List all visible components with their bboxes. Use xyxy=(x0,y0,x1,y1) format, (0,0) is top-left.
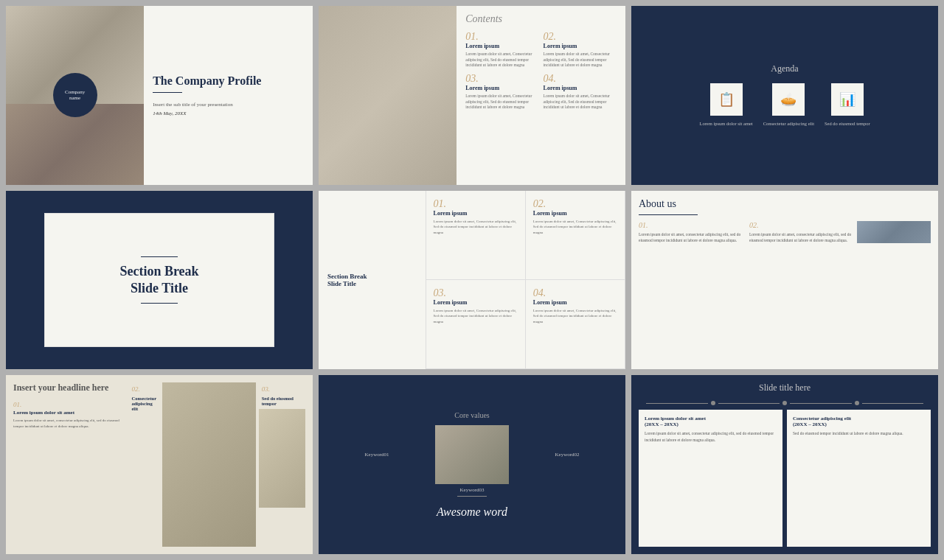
slide-contents: Contents 01. Lorem ipsum Lorem ipsum dol… xyxy=(319,6,625,185)
content-grid-left: Section Break Slide Title xyxy=(319,191,426,370)
slide-content-grid: Section Break Slide Title 01. Lorem ipsu… xyxy=(319,191,625,370)
content-item-3: 03. Lorem ipsum Lorem ipsum dolor sit am… xyxy=(465,73,538,111)
stats-point-num: 01. xyxy=(13,401,124,408)
left-photo-area: Company name xyxy=(6,6,144,185)
slide-agenda: Agenda 📋 Lorem ipsum dolor sit amet 🥧 Co… xyxy=(631,6,938,185)
about-col-2: 02. Lorem ipsum dolor sit amet, consecte… xyxy=(749,221,853,244)
grid-num-3: 03. xyxy=(434,287,518,299)
about-divider xyxy=(639,214,698,215)
grid-num-4: 04. xyxy=(533,287,617,299)
about-text-1: Lorem ipsum dolor sit amet, consectetur … xyxy=(639,231,742,244)
stats-point-text: Lorem ipsum dolor sit amet, consectetur … xyxy=(13,418,124,429)
grid-text-4: Lorem ipsum dolor sit amet, Consectetur … xyxy=(533,308,617,325)
about-text-2: Lorem ipsum dolor sit amet, consectetur … xyxy=(749,231,853,244)
content-item-4: 04. Lorem ipsum Lorem ipsum dolor sit am… xyxy=(544,73,617,111)
section-break-box: Section Break Slide Title xyxy=(44,213,274,347)
core-values-title: Core values xyxy=(454,411,490,419)
grid-item-1: 01. Lorem ipsum Lorem ipsum dolor sit am… xyxy=(426,191,526,280)
agenda-label-1: Lorem ipsum dolor sit amet xyxy=(699,120,752,127)
grid-text-2: Lorem ipsum dolor sit amet, Consectetur … xyxy=(533,219,617,236)
slide-title-slide: www.yourbrand.com Company name The Compa… xyxy=(6,6,313,185)
cards-row: Lorem ipsum dolor sit amet (20XX – 20XX)… xyxy=(639,410,931,547)
core-center-image xyxy=(435,425,509,484)
slide-subtitle: Insert the sub title of your presentatio… xyxy=(153,102,304,108)
contents-title: Contents xyxy=(465,13,617,25)
agenda-item-1: 📋 Lorem ipsum dolor sit amet xyxy=(699,83,752,127)
content-title-4: Lorem ipsum xyxy=(544,85,617,91)
content-item-2: 02. Lorem ipsum Lorem ipsum dolor sit am… xyxy=(544,31,617,69)
keyword-row: Keyword03 xyxy=(326,487,618,493)
stats-col2-num: 02. xyxy=(131,385,156,393)
keyword-2: Keyword02 xyxy=(516,452,618,458)
card-2-title: Consectetur adipiscing elit (20XX – 20XX… xyxy=(793,416,925,427)
grid-title-4: Lorem ipsum xyxy=(533,299,617,306)
card-1-text: Lorem ipsum dolor sit amet, consectetur … xyxy=(645,430,777,443)
section-top-divider xyxy=(141,256,178,257)
content-title-3: Lorem ipsum xyxy=(465,85,538,91)
section-break-title: Section Break Slide Title xyxy=(119,263,198,298)
grid-title-1: Lorem ipsum xyxy=(434,210,518,217)
stats-col3-num: 03. xyxy=(259,382,305,396)
company-circle-label: Company name xyxy=(65,89,85,102)
awesome-divider xyxy=(457,496,487,497)
content-num-4: 04. xyxy=(544,73,617,85)
agenda-label-3: Sed do eiusmod tempor xyxy=(825,120,870,127)
agenda-title: Agenda xyxy=(771,63,798,74)
stats-image-1 xyxy=(162,382,256,547)
contents-grid: 01. Lorem ipsum Lorem ipsum dolor sit am… xyxy=(465,31,617,111)
slide-section-break: Section Break Slide Title xyxy=(6,191,313,370)
about-columns: 01. Lorem ipsum dolor sit amet, consecte… xyxy=(639,221,853,244)
content-grid-right: 01. Lorem ipsum Lorem ipsum dolor sit am… xyxy=(426,191,625,370)
timeline-bar xyxy=(639,401,931,405)
card-2: Consectetur adipiscing elit (20XX – 20XX… xyxy=(787,410,931,547)
stats-headline: Insert your headline here xyxy=(13,382,124,393)
stats-left: Insert your headline here 01. Lorem ipsu… xyxy=(13,382,124,547)
about-image xyxy=(857,221,931,244)
grid-title-2: Lorem ipsum xyxy=(533,210,617,217)
card-2-text: Sed do eiusmod tempor incididunt ut labo… xyxy=(793,430,925,436)
content-num-1: 01. xyxy=(465,31,538,43)
company-logo-circle: Company name xyxy=(53,73,97,117)
content-text-2: Lorem ipsum dolor sit amet, Consectetur … xyxy=(544,52,617,69)
stats-point-title: Lorem ipsum dolor sit amet xyxy=(13,410,124,416)
agenda-label-2: Consectetur adipiscing elit xyxy=(763,120,814,127)
stats-col2: 02. Consectetur adipiscing elit xyxy=(128,382,159,547)
about-body: 01. Lorem ipsum dolor sit amet, consecte… xyxy=(639,221,931,244)
content-num-3: 03. xyxy=(465,73,538,85)
content-title-1: Lorem ipsum xyxy=(465,43,538,49)
content-num-2: 02. xyxy=(544,31,617,43)
grid-text-3: Lorem ipsum dolor sit amet, Consectetur … xyxy=(434,308,518,325)
grid-item-4: 04. Lorem ipsum Lorem ipsum dolor sit am… xyxy=(526,280,625,369)
slide-date: 14th May, 20XX xyxy=(153,111,304,116)
slide-core-values: Core values Keyword01 Keyword02 Keyword0… xyxy=(319,375,625,554)
content-item-1: 01. Lorem ipsum Lorem ipsum dolor sit am… xyxy=(465,31,538,69)
about-num-2: 02. xyxy=(749,221,853,229)
company-title: The Company Profile xyxy=(153,74,304,88)
content-text-4: Lorem ipsum dolor sit amet, Consectetur … xyxy=(544,94,617,111)
keyword-1: Keyword01 xyxy=(326,452,428,458)
content-text-1: Lorem ipsum dolor sit amet, Consectetur … xyxy=(465,52,538,69)
agenda-icon-2: 🥧 xyxy=(772,83,805,116)
about-text-column: 01. Lorem ipsum dolor sit amet, consecte… xyxy=(639,221,853,244)
card-1-title: Lorem ipsum dolor sit amet (20XX – 20XX) xyxy=(645,416,777,427)
about-title: About us xyxy=(639,198,931,210)
grid-num-2: 02. xyxy=(533,198,617,210)
grid-item-2: 02. Lorem ipsum Lorem ipsum dolor sit am… xyxy=(526,191,625,280)
content-grid-section-title: Section Break Slide Title xyxy=(327,273,417,287)
section-bottom-divider xyxy=(141,303,178,304)
card-1: Lorem ipsum dolor sit amet (20XX – 20XX)… xyxy=(639,410,782,547)
slide-about: About us 01. Lorem ipsum dolor sit amet,… xyxy=(631,191,938,370)
stats-bullets: Lorem ipsum dolor sit amet, consectetur … xyxy=(13,418,124,429)
slide-timeline: Slide title here Lorem ipsum dolor sit a… xyxy=(631,375,938,554)
grid-num-1: 01. xyxy=(434,198,518,210)
agenda-item-3: 📊 Sed do eiusmod tempor xyxy=(825,83,870,127)
grid-item-3: 03. Lorem ipsum Lorem ipsum dolor sit am… xyxy=(426,280,526,369)
grid-title-3: Lorem ipsum xyxy=(434,299,518,306)
content-text-3: Lorem ipsum dolor sit amet, Consectetur … xyxy=(465,94,538,111)
agenda-icon-1: 📋 xyxy=(710,83,743,116)
about-num-1: 01. xyxy=(639,221,742,229)
stats-col3-title: Sed do eiusmod tempor xyxy=(259,396,305,406)
grid-text-1: Lorem ipsum dolor sit amet, Consectetur … xyxy=(434,219,518,236)
stats-image-2 xyxy=(259,409,305,508)
contents-image xyxy=(319,6,457,185)
